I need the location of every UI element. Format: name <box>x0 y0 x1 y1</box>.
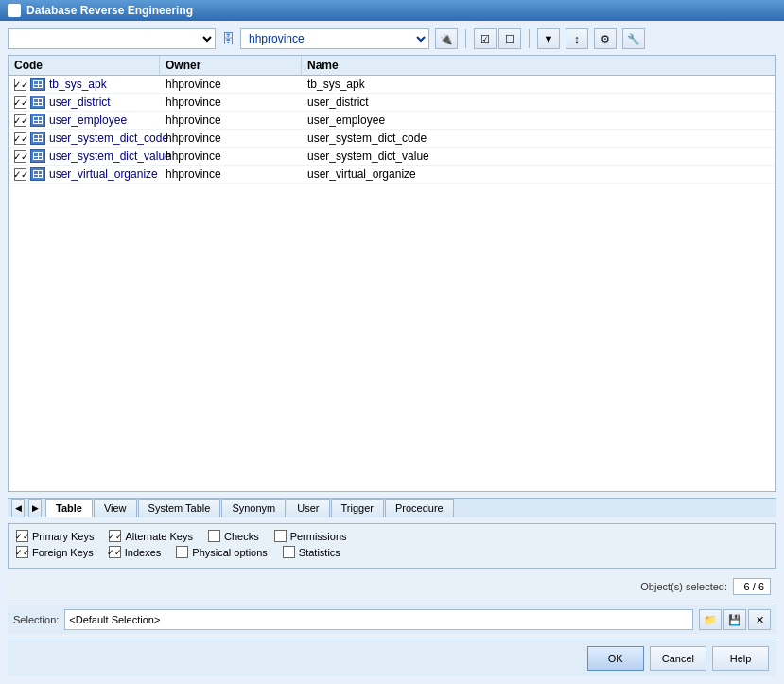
name-value-4: user_system_dict_value <box>307 149 429 163</box>
cell-owner-4: hhprovince <box>160 148 302 165</box>
row-icon-1 <box>30 96 45 109</box>
cell-owner-1: hhprovince <box>160 94 302 111</box>
db-select[interactable]: hhprovince <box>240 28 429 49</box>
code-value-5: user_virtual_organize <box>49 167 158 181</box>
filter-button[interactable]: ▼ <box>537 28 560 49</box>
checkbox-primary-keys[interactable]: ✓ <box>16 530 28 542</box>
table-row: ✓ user_system_dict_value hhprovince user… <box>9 148 775 166</box>
option-label: Foreign Keys <box>32 547 94 558</box>
code-value-4: user_system_dict_value <box>49 149 171 163</box>
row-checkbox-1[interactable]: ✓ <box>14 96 26 109</box>
table-header: Code Owner Name <box>9 56 775 76</box>
tab-procedure[interactable]: Procedure <box>385 499 454 517</box>
code-value-0: tb_sys_apk <box>49 78 107 91</box>
cell-name-1: user_district <box>302 94 775 111</box>
option-label: Statistics <box>299 547 340 558</box>
option-label: Physical options <box>192 547 268 558</box>
cell-name-3: user_system_dict_code <box>302 130 775 147</box>
sort-button[interactable]: ↕ <box>566 28 588 49</box>
db-icon: 🗄 <box>221 31 235 46</box>
tab-table[interactable]: Table <box>45 499 93 517</box>
option-physical-options: Physical options <box>176 546 268 558</box>
cell-name-2: user_employee <box>302 112 775 129</box>
status-value: 6 / 6 <box>733 578 771 595</box>
row-icon-0 <box>30 78 45 91</box>
checkbox-foreign-keys[interactable]: ✓ <box>16 546 28 558</box>
row-icon-2 <box>30 114 45 127</box>
options-row-2: ✓ Foreign Keys ✓ Indexes Physical option… <box>16 546 768 558</box>
option-foreign-keys: ✓ Foreign Keys <box>16 546 94 558</box>
tabs-row: ◀ ▶ TableViewSystem TableSynonymUserTrig… <box>8 499 776 517</box>
tab-trigger[interactable]: Trigger <box>331 499 384 517</box>
cell-code-4: ✓ user_system_dict_value <box>9 148 160 165</box>
option-alternate-keys: ✓ Alternate Keys <box>109 530 193 542</box>
cell-code-5: ✓ user_virtual_organize <box>9 166 160 183</box>
cell-owner-5: hhprovince <box>160 166 302 183</box>
col-owner: Owner <box>160 56 302 75</box>
options-button[interactable]: ⚙ <box>594 28 617 49</box>
selection-folder-btn[interactable]: 📁 <box>699 609 722 630</box>
row-checkbox-4[interactable]: ✓ <box>14 150 26 163</box>
checkbox-checks[interactable] <box>208 530 220 542</box>
option-statistics: Statistics <box>283 546 340 558</box>
tab-synonym[interactable]: Synonym <box>221 499 286 517</box>
checkbox-indexes[interactable]: ✓ <box>109 546 121 558</box>
settings-button[interactable]: 🔧 <box>622 28 645 49</box>
checkbox-physical-options[interactable] <box>176 546 188 558</box>
code-value-3: user_system_dict_code <box>49 132 168 145</box>
name-value-3: user_system_dict_code <box>307 132 427 145</box>
tab-system-table[interactable]: System Table <box>138 499 221 517</box>
cell-code-2: ✓ user_employee <box>9 112 160 129</box>
cell-code-3: ✓ user_system_dict_code <box>9 130 160 147</box>
row-checkbox-0[interactable]: ✓ <box>14 79 26 91</box>
selection-save-btn[interactable]: 💾 <box>723 609 746 630</box>
deselect-all-button[interactable]: ☐ <box>498 28 521 49</box>
option-primary-keys: ✓ Primary Keys <box>16 530 94 542</box>
selection-delete-btn[interactable]: ✕ <box>748 609 771 630</box>
cancel-button[interactable]: Cancel <box>650 646 706 671</box>
separator <box>465 29 466 48</box>
row-icon-4 <box>30 149 45 163</box>
option-label: Indexes <box>125 547 162 558</box>
row-checkbox-3[interactable]: ✓ <box>14 132 26 145</box>
code-value-2: user_employee <box>49 114 127 127</box>
table-row: ✓ tb_sys_apk hhprovince tb_sys_apk <box>9 76 775 94</box>
option-label: Checks <box>224 531 259 542</box>
dialog-title: Database Reverse Engineering <box>26 4 193 17</box>
tab-user[interactable]: User <box>287 499 329 517</box>
separator2 <box>529 29 530 48</box>
table-row: ✓ user_district hhprovince user_district <box>9 94 775 112</box>
main-table: Code Owner Name ✓ tb_sys_apk hhprovince <box>8 55 776 492</box>
tabs-container: TableViewSystem TableSynonymUserTriggerP… <box>45 499 455 517</box>
checkbox-statistics[interactable] <box>283 546 295 558</box>
name-value-5: user_virtual_organize <box>307 167 416 181</box>
option-label: Permissions <box>290 531 347 542</box>
connect-button[interactable]: 🔌 <box>435 28 458 49</box>
tabs-area: ◀ ▶ TableViewSystem TableSynonymUserTrig… <box>8 498 776 517</box>
tab-nav-right[interactable]: ▶ <box>28 499 42 517</box>
row-checkbox-2[interactable]: ✓ <box>14 114 26 127</box>
row-checkbox-5[interactable]: ✓ <box>14 168 26 181</box>
owner-value-4: hhprovince <box>166 149 221 163</box>
col-code: Code <box>9 56 160 75</box>
qualifier-select[interactable] <box>8 28 216 49</box>
name-value-0: tb_sys_apk <box>307 78 365 91</box>
name-value-1: user_district <box>307 96 369 109</box>
bottom-buttons: OK Cancel Help <box>8 640 776 676</box>
cell-name-0: tb_sys_apk <box>302 76 775 93</box>
tab-nav-left[interactable]: ◀ <box>11 499 25 517</box>
select-all-button[interactable]: ☑ <box>474 28 497 49</box>
status-row: Object(s) selected: 6 / 6 <box>8 574 776 599</box>
owner-value-1: hhprovince <box>166 96 221 109</box>
checkbox-alternate-keys[interactable]: ✓ <box>109 530 121 542</box>
owner-value-2: hhprovince <box>166 114 221 127</box>
dialog-body: 🗄 hhprovince 🔌 ☑ ☐ ▼ ↕ ⚙ 🔧 Code Owner Na… <box>0 21 784 684</box>
checkbox-permissions[interactable] <box>274 530 287 542</box>
help-button[interactable]: Help <box>712 646 769 671</box>
tab-view[interactable]: View <box>94 499 137 517</box>
ok-button[interactable]: OK <box>587 646 644 671</box>
cell-code-1: ✓ user_district <box>9 94 160 111</box>
selection-input[interactable] <box>64 609 693 630</box>
row-icon-3 <box>30 132 45 145</box>
options-row-1: ✓ Primary Keys ✓ Alternate Keys Checks P… <box>16 530 768 542</box>
